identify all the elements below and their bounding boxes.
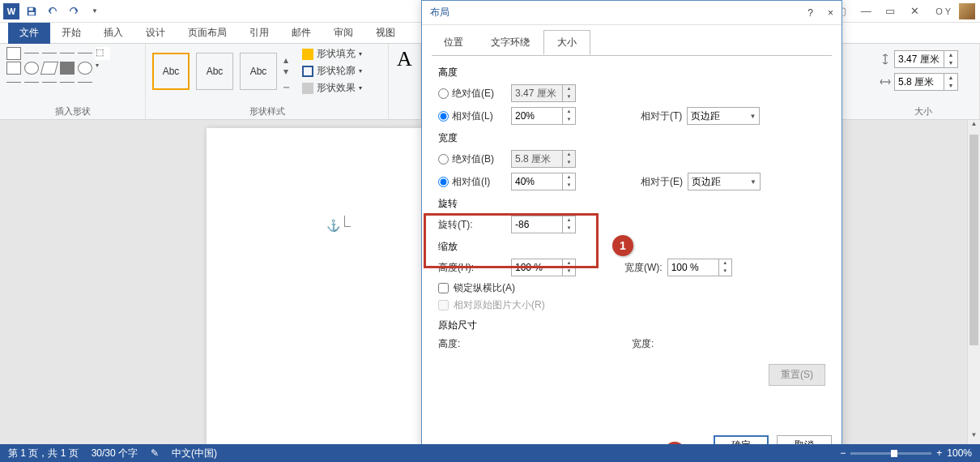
tab-position[interactable]: 位置 <box>430 30 477 55</box>
tab-layout[interactable]: 页面布局 <box>177 23 238 44</box>
minimize-button[interactable]: — <box>856 2 876 21</box>
restore-button[interactable]: ▭ <box>880 2 900 21</box>
width-input[interactable]: ▲▼ <box>894 73 958 91</box>
tab-insert[interactable]: 插入 <box>92 23 134 44</box>
redo-button[interactable] <box>65 2 83 20</box>
dialog-title: 布局 <box>430 6 450 19</box>
dialog-tabs: 位置 文字环绕 大小 <box>430 30 842 55</box>
rotate-title: 旋转 <box>438 197 825 211</box>
anchor-icon: ⚓ <box>326 219 340 232</box>
user-avatar[interactable] <box>959 3 975 19</box>
qat-dropdown[interactable]: ▼ <box>86 2 104 20</box>
zoom-control[interactable]: −+ 100% <box>840 447 972 459</box>
width-relto-label: 相对于(E) <box>641 175 683 189</box>
origsize-section: 原始尺寸 高度: 宽度: 重置(S) <box>438 319 825 386</box>
lock-aspect-checkbox[interactable]: 锁定纵横比(A) <box>438 281 825 295</box>
vertical-scrollbar[interactable]: ▲ ▼ <box>967 120 980 444</box>
close-button[interactable]: ✕ <box>905 2 924 21</box>
height-abs-input[interactable]: ▲▼ <box>511 84 576 102</box>
height-relto-combo[interactable]: 页边距▼ <box>687 107 760 125</box>
height-section: 高度 绝对值(E) ▲▼ 相对值(L) ▲▼ 相对于(T) 页边距▼ <box>438 66 825 125</box>
size-group: ▲▼ ▲▼ 大小 <box>867 44 980 119</box>
dialog-body: 高度 绝对值(E) ▲▼ 相对值(L) ▲▼ 相对于(T) 页边距▼ 宽度 绝对… <box>432 55 832 402</box>
style-swatch-3[interactable]: Abc <box>240 53 277 90</box>
shapes-group-label: 插入形状 <box>6 105 138 118</box>
rotate-input[interactable]: ▲▼ <box>511 216 576 233</box>
callout-1: 1 <box>612 235 633 256</box>
user-label: O Y <box>935 6 951 16</box>
height-rel-radio[interactable]: 相对值(L) <box>438 109 511 123</box>
tab-review[interactable]: 审阅 <box>322 23 364 44</box>
wordart-icon[interactable]: A <box>390 47 419 71</box>
width-title: 宽度 <box>438 131 825 145</box>
reset-button[interactable]: 重置(S) <box>769 364 825 386</box>
width-abs-input[interactable]: ▲▼ <box>511 150 576 168</box>
scale-h-input[interactable]: ▲▼ <box>511 259 576 276</box>
width-rel-input[interactable]: ▲▼ <box>511 173 576 190</box>
dialog-titlebar: 布局 ? × <box>422 1 842 25</box>
scale-h-label: 高度(H): <box>438 261 511 275</box>
tab-view[interactable]: 视图 <box>364 23 407 44</box>
height-input[interactable]: ▲▼ <box>894 50 958 68</box>
shapes-gallery[interactable]: ⬚ ▾ <box>6 47 138 83</box>
width-relto-combo[interactable]: 页边距▼ <box>688 173 761 190</box>
width-section: 宽度 绝对值(B) ▲▼ 相对值(I) ▲▼ 相对于(E) 页边距▼ <box>438 131 825 190</box>
style-swatch-1[interactable]: Abc <box>152 53 190 90</box>
word-app-icon: W <box>3 3 19 19</box>
rotate-label: 旋转(T): <box>438 218 511 232</box>
width-abs-radio[interactable]: 绝对值(B) <box>438 152 511 166</box>
styles-group-label: 形状样式 <box>152 105 381 118</box>
height-rel-input[interactable]: ▲▼ <box>511 107 576 125</box>
shape-effects-button[interactable]: 形状效果 ▾ <box>302 81 362 95</box>
height-title: 高度 <box>438 66 825 79</box>
size-group-label: 大小 <box>873 105 973 118</box>
tab-references[interactable]: 引用 <box>238 23 280 44</box>
scale-w-label: 宽度(W): <box>624 261 663 275</box>
cursor-mark <box>344 216 351 227</box>
origsize-title: 原始尺寸 <box>438 319 825 332</box>
tab-size[interactable]: 大小 <box>543 30 590 55</box>
dialog-close-icon[interactable]: × <box>828 7 833 19</box>
shape-styles-group: Abc Abc Abc ▴▾⎯ 形状填充 ▾ 形状轮廓 ▾ 形状效果 ▾ 形状样… <box>146 44 389 119</box>
status-proofing-icon[interactable]: ✎ <box>151 447 159 459</box>
dialog-help-icon[interactable]: ? <box>807 7 813 19</box>
layout-dialog: 布局 ? × 位置 文字环绕 大小 高度 绝对值(E) ▲▼ 相对值(L) ▲▼… <box>421 0 842 462</box>
status-page[interactable]: 第 1 页，共 1 页 <box>8 447 79 460</box>
tab-file[interactable]: 文件 <box>8 23 50 44</box>
rel-orig-checkbox: 相对原始图片大小(R) <box>438 298 825 312</box>
height-relto-label: 相对于(T) <box>641 109 682 123</box>
height-abs-radio[interactable]: 绝对值(E) <box>438 87 511 101</box>
shape-fill-button[interactable]: 形状填充 ▾ <box>302 47 362 61</box>
status-lang[interactable]: 中文(中国) <box>172 447 217 460</box>
tab-design[interactable]: 设计 <box>134 23 177 44</box>
origsize-h: 高度: <box>438 337 632 351</box>
quick-access-toolbar: W ▼ <box>0 0 107 22</box>
shape-outline-button[interactable]: 形状轮廓 ▾ <box>302 64 362 78</box>
save-button[interactable] <box>23 2 40 20</box>
rotate-section: 旋转 旋转(T): ▲▼ <box>438 197 825 233</box>
status-words[interactable]: 30/30 个字 <box>92 447 138 460</box>
zoom-value[interactable]: 100% <box>947 447 972 459</box>
statusbar: 第 1 页，共 1 页 30/30 个字 ✎ 中文(中国) −+ 100% <box>0 444 980 462</box>
svg-rect-1 <box>29 11 35 15</box>
svg-rect-0 <box>29 7 33 11</box>
scale-w-input[interactable]: ▲▼ <box>667 259 732 276</box>
style-swatch-2[interactable]: Abc <box>196 53 233 90</box>
width-rel-radio[interactable]: 相对值(I) <box>438 175 511 189</box>
tab-home[interactable]: 开始 <box>50 23 92 44</box>
tab-wrap[interactable]: 文字环绕 <box>477 30 543 55</box>
origsize-w: 宽度: <box>632 337 825 351</box>
wordart-group: A <box>389 44 421 119</box>
undo-button[interactable] <box>44 2 62 20</box>
shapes-group: ⬚ ▾ 插入形状 <box>0 44 146 119</box>
tab-mailings[interactable]: 邮件 <box>280 23 322 44</box>
